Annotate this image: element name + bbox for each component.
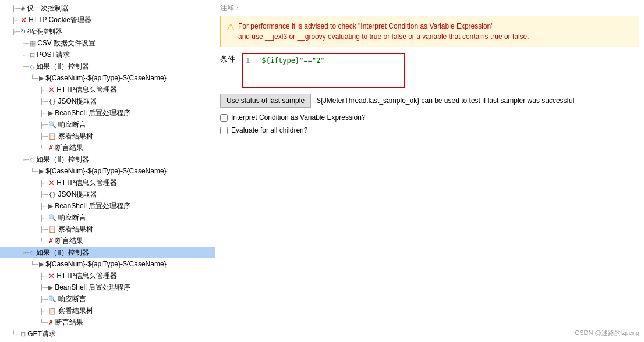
tree-label-if-ctrl-2: 如果（If）控制器 [36, 155, 89, 165]
post-icon: ⊡ [20, 330, 26, 338]
view-icon: 📋 [48, 133, 56, 140]
cross-icon: ✕ [48, 86, 55, 94]
line-number: 1 [246, 56, 257, 65]
evaluate-children-checkbox[interactable] [220, 127, 228, 134]
tree-label-http-hdr-1: HTTP信息头管理器 [56, 85, 116, 95]
code-line: 1 "${iftype}"=="2" [246, 56, 402, 65]
tree-item-response-3[interactable]: ├─ 🔍响应断言 [0, 293, 215, 305]
tree-label-once-ctrl: 仅一次控制器 [27, 3, 69, 13]
response-icon: 🔍 [48, 214, 56, 222]
warning-box: ⚠ For performance it is advised to check… [220, 16, 639, 47]
view-icon: 📋 [48, 226, 56, 233]
tree-label-sampler-2: ${CaseNum}-${apiType}-${CaseName} [45, 167, 166, 175]
beanshell-icon: ▶ [48, 284, 53, 291]
warning-text: For performance it is advised to check "… [238, 21, 529, 42]
annotation-label: 注释： [220, 3, 639, 13]
cross-icon: ✕ [48, 272, 55, 280]
tree-label-if-ctrl-1: 如果（If）控制器 [36, 62, 89, 72]
tree-label-loop-ctrl: 循环控制器 [27, 27, 62, 37]
tree-label-view-1: 察看结果树 [58, 131, 93, 141]
tree-item-csv-setup[interactable]: ├─ ▦CSV 数据文件设置 [0, 37, 215, 49]
tree-item-response-1[interactable]: ├─ 🔍响应断言 [0, 119, 215, 130]
right-panel: 注释： ⚠ For performance it is advised to c… [215, 0, 644, 342]
view-icon: 📋 [48, 307, 56, 315]
sampler-icon: ▶ [39, 168, 44, 175]
tree-item-assert-2[interactable]: └─ ✗断言结果 [0, 235, 215, 247]
tree-item-if-ctrl-3[interactable]: ├─ ◇如果（If）控制器 [0, 247, 215, 258]
code-editor[interactable]: 1 "${iftype}"=="2" [242, 53, 405, 88]
tree-label-json-2: JSON提取器 [58, 190, 97, 200]
code-value: "${iftype}"=="2" [257, 56, 325, 65]
tree-item-assert-3[interactable]: └─ ✗断言结果 [0, 316, 215, 328]
evaluate-children-label[interactable]: Evaluate for all children? [231, 126, 307, 134]
condition-row: 条件 1 "${iftype}"=="2" [220, 53, 639, 88]
use-status-description: ${JMeterThread.last_sample_ok} can be us… [317, 97, 574, 105]
tree-label-sampler-1: ${CaseNum}-${apiType}-${CaseName} [45, 74, 166, 82]
tree-item-beanshell-2[interactable]: ├─ ▶BeanShell 后置处理程序 [0, 200, 215, 212]
tree-item-assert-1[interactable]: └─ ✗断言结果 [0, 142, 215, 154]
tree-label-beanshell-1: BeanShell 后置处理程序 [55, 108, 130, 118]
interpret-condition-label[interactable]: Interpret Condition as Variable Expressi… [231, 113, 366, 122]
tree-item-get-req[interactable]: └─ ⊡GET请求 [0, 328, 215, 340]
tree-label-post-req: POST请求 [37, 50, 70, 60]
tree-label-beanshell-3: BeanShell 后置处理程序 [55, 283, 130, 293]
assert-icon: ✗ [48, 237, 54, 245]
tree-item-if-ctrl-1[interactable]: └─ ◇如果（If）控制器 [0, 60, 215, 72]
warning-line2: and use __jexl3 or __groovy evaluating t… [238, 33, 529, 41]
condition-label: 条件 [220, 53, 238, 65]
if-icon: ◇ [30, 156, 34, 163]
beanshell-icon: ▶ [48, 109, 53, 117]
tree-label-csv-setup: CSV 数据文件设置 [37, 38, 95, 48]
use-status-row: Use status of last sample ${JMeterThread… [220, 94, 639, 108]
tree-item-view-2[interactable]: ├─ 📋察看结果树 [0, 223, 215, 235]
tree-item-http-hdr-3[interactable]: ├─ ✕HTTP信息头管理器 [0, 270, 215, 282]
tree-label-response-1: 响应断言 [58, 120, 86, 130]
tree-label-json-1: JSON提取器 [58, 97, 97, 106]
response-icon: 🔍 [48, 295, 56, 303]
warning-line1: For performance it is advised to check "… [238, 22, 494, 30]
tree-label-get-req: GET请求 [27, 329, 56, 339]
tree-label-assert-2: 断言结果 [55, 236, 83, 246]
tree-item-http-hdr-1[interactable]: ├─ ✕HTTP信息头管理器 [0, 84, 215, 95]
tree-label-assert-3: 断言结果 [55, 318, 83, 327]
json-icon: {} [48, 98, 56, 105]
tree-label-sampler-3: ${CaseNum}-${apiType}-${CaseName} [45, 260, 166, 268]
interpret-condition-checkbox[interactable] [220, 114, 228, 122]
tree-item-view-3[interactable]: ├─ 📋察看结果树 [0, 305, 215, 316]
tree-label-response-3: 响应断言 [58, 294, 86, 304]
cross-icon: ✕ [48, 179, 55, 187]
json-icon: {} [48, 191, 56, 198]
tree-item-view-1[interactable]: ├─ 📋察看结果树 [0, 130, 215, 142]
tree-item-json-2[interactable]: ├─ {}JSON提取器 [0, 188, 215, 200]
tree-item-sampler-3[interactable]: └─ ▶${CaseNum}-${apiType}-${CaseName} [0, 258, 215, 270]
tree-label-http-hdr-3: HTTP信息头管理器 [56, 271, 116, 281]
tree-item-http-hdr-2[interactable]: ├─ ✕HTTP信息头管理器 [0, 177, 215, 188]
tree-item-beanshell-3[interactable]: ├─ ▶BeanShell 后置处理程序 [0, 282, 215, 293]
tree-panel: ├─ ◈仅一次控制器├─ ✕HTTP Cookie管理器├─ ↻循环控制器├─ … [0, 0, 215, 342]
interpret-condition-row: Interpret Condition as Variable Expressi… [220, 113, 639, 122]
tree-item-post-req[interactable]: ├─ ⊡POST请求 [0, 49, 215, 60]
tree-label-assert-1: 断言结果 [55, 143, 83, 153]
tree-item-once-ctrl[interactable]: ├─ ◈仅一次控制器 [0, 2, 215, 14]
beanshell-icon: ▶ [48, 202, 53, 210]
tree-item-sampler-1[interactable]: └─ ▶${CaseNum}-${apiType}-${CaseName} [0, 72, 215, 84]
tree-label-view-3: 察看结果树 [58, 306, 93, 316]
tree-item-sampler-2[interactable]: └─ ▶${CaseNum}-${apiType}-${CaseName} [0, 165, 215, 177]
tree-label-if-ctrl-3: 如果（If）控制器 [36, 248, 89, 258]
tree-item-if-ctrl-2[interactable]: ├─ ◇如果（If）控制器 [0, 154, 215, 165]
use-status-button[interactable]: Use status of last sample [220, 94, 311, 108]
tree-item-json-1[interactable]: ├─ {}JSON提取器 [0, 95, 215, 107]
watermark: CSDN @迷路的lzpeng [575, 329, 639, 337]
tree-label-http-hdr-2: HTTP信息头管理器 [56, 178, 116, 188]
tree-label-view-2: 察看结果树 [58, 225, 93, 234]
tree-item-http-cookie[interactable]: ├─ ✕HTTP Cookie管理器 [0, 14, 215, 26]
assert-icon: ✗ [48, 319, 54, 326]
tree-item-loop-ctrl[interactable]: ├─ ↻循环控制器 [0, 26, 215, 37]
tree-item-response-2[interactable]: ├─ 🔍响应断言 [0, 212, 215, 223]
tree-item-beanshell-1[interactable]: ├─ ▶BeanShell 后置处理程序 [0, 107, 215, 119]
cross-icon: ✕ [20, 16, 27, 24]
if-icon: ◇ [30, 249, 34, 256]
loop-icon: ↻ [20, 28, 26, 35]
sampler-icon: ▶ [39, 74, 44, 82]
condition-section: 条件 1 "${iftype}"=="2" [220, 53, 639, 88]
